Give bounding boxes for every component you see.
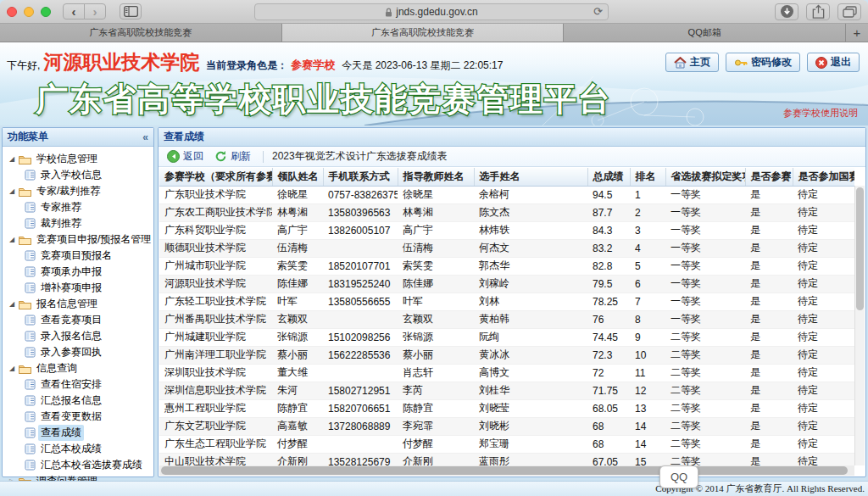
refresh-toolbar-button[interactable]: 刷新 bbox=[211, 148, 254, 164]
sidebar-item-查看住宿安排[interactable]: 查看住宿安排 bbox=[8, 376, 152, 393]
browser-tab[interactable]: 广东省高职院校技能竞赛 bbox=[282, 24, 565, 42]
sidebar-item-赛项承办申报[interactable]: 赛项承办申报 bbox=[8, 264, 152, 280]
lock-icon bbox=[385, 8, 392, 17]
column-header[interactable]: 排名 bbox=[630, 168, 665, 186]
close-window-button[interactable] bbox=[7, 7, 17, 17]
table-row[interactable]: 深圳职业技术学院董大维肖志轩高博文7211二等奖是待定 bbox=[159, 364, 854, 382]
sidebar-item-查看竞赛项目[interactable]: 查看竞赛项目 bbox=[8, 312, 152, 328]
column-header[interactable]: 手机联系方式 bbox=[323, 168, 398, 186]
change-password-button[interactable]: 密码修改 bbox=[726, 53, 800, 72]
caret-expanded-icon[interactable]: ◢ bbox=[8, 155, 16, 163]
logout-x-icon bbox=[815, 57, 827, 69]
form-icon bbox=[25, 170, 36, 181]
table-cell: 付梦醒 bbox=[398, 435, 474, 453]
caret-expanded-icon[interactable]: ◢ bbox=[8, 300, 16, 308]
forward-button[interactable]: › bbox=[84, 3, 106, 20]
table-row[interactable]: 广东农工商职业技术学院林粤湘13580396563林粤湘陈文杰87.72一等奖是… bbox=[159, 203, 854, 221]
horizontal-scrollbar[interactable] bbox=[159, 465, 854, 476]
table-row[interactable]: 广东生态工程职业学院付梦醒付梦醒郑宝珊6814二等奖是待定 bbox=[159, 435, 854, 453]
sidebar-collapse-button[interactable]: « bbox=[142, 132, 148, 142]
sidebar-folder[interactable]: ◢报名信息管理 bbox=[8, 296, 152, 312]
share-button[interactable] bbox=[806, 3, 830, 20]
sidebar-item-裁判推荐[interactable]: 裁判推荐 bbox=[8, 215, 152, 231]
table-row[interactable]: 广州番禺职业技术学院玄颖双玄颖双黄柏韩768一等奖是待定 bbox=[159, 310, 854, 328]
table-row[interactable]: 广东轻工职业技术学院叶军13580556655叶军刘林78.257一等奖是待定 bbox=[159, 293, 854, 310]
caret-expanded-icon[interactable]: ◢ bbox=[8, 365, 16, 372]
browser-tab[interactable]: QQ邮箱 bbox=[564, 24, 846, 42]
column-header[interactable]: 是否参加国赛 bbox=[793, 168, 854, 186]
zoom-window-button[interactable] bbox=[41, 7, 51, 17]
back-toolbar-button[interactable]: 返回 bbox=[164, 148, 207, 164]
folder-icon bbox=[19, 187, 31, 197]
sidebar-item-查看变更数据[interactable]: 查看变更数据 bbox=[8, 409, 152, 425]
sidebar-toggle-button[interactable] bbox=[120, 3, 142, 20]
sidebar-item-汇总报名信息[interactable]: 汇总报名信息 bbox=[8, 393, 152, 409]
sidebar-folder[interactable]: ◢专家/裁判推荐 bbox=[8, 183, 152, 199]
table-cell: 待定 bbox=[793, 435, 854, 453]
downloads-button[interactable] bbox=[775, 3, 798, 20]
horizontal-scrollbar-thumb[interactable] bbox=[161, 466, 848, 475]
table-cell: 玄颖双 bbox=[398, 310, 474, 328]
table-cell: 阮绚 bbox=[474, 328, 587, 346]
vertical-scrollbar-thumb[interactable] bbox=[856, 187, 864, 310]
role-value: 参赛学校 bbox=[291, 58, 335, 73]
browser-tab[interactable]: 广东省高职院校技能竞赛 bbox=[0, 24, 282, 42]
minimize-window-button[interactable] bbox=[24, 7, 34, 17]
grid-viewport: 参赛学校（要求所有参赛学领队姓名手机联系方式指导教师姓名选手姓名总成绩排名省选拔… bbox=[159, 168, 854, 476]
usage-instructions-link[interactable]: 参赛学校使用说明 bbox=[783, 107, 858, 120]
table-cell: 2 bbox=[630, 203, 665, 221]
sidebar-item-查看成绩[interactable]: 查看成绩 bbox=[8, 425, 152, 441]
sidebar-item-录入参赛回执[interactable]: 录入参赛回执 bbox=[8, 344, 152, 360]
back-button[interactable]: ‹ bbox=[63, 3, 85, 20]
table-cell: 索笑雯 bbox=[398, 257, 474, 275]
table-cell: 广州城建职业学院 bbox=[159, 328, 272, 346]
column-header[interactable]: 是否参赛 bbox=[745, 168, 793, 186]
table-row[interactable]: 广州城市职业学院索笑雯18520107701索笑雯郭杰华82.85一等奖是待定 bbox=[159, 257, 854, 275]
sidebar-item-增补赛项申报[interactable]: 增补赛项申报 bbox=[8, 280, 152, 296]
table-row[interactable]: 广州城建职业学院张锦源15102098256张锦源阮绚74.459二等奖是待定 bbox=[159, 328, 854, 346]
form-icon bbox=[25, 282, 36, 293]
new-tab-button[interactable]: + bbox=[846, 24, 868, 42]
table-cell: 是 bbox=[745, 435, 793, 453]
table-row[interactable]: 顺德职业技术学院伍清梅伍清梅何杰文83.24一等奖是待定 bbox=[159, 239, 854, 257]
caret-expanded-icon[interactable]: ◢ bbox=[8, 187, 16, 195]
table-row[interactable]: 广东科贸职业学院高广宇13826005107高广宇林炜轶84.33一等奖是待定 bbox=[159, 221, 854, 239]
table-row[interactable]: 河源职业技术学院陈佳娜18319525240陈佳娜刘稼岭79.56一等奖是待定 bbox=[159, 275, 854, 293]
address-bar[interactable]: jnds.gdedu.gov.cn ⟳ bbox=[254, 3, 609, 20]
caret-expanded-icon[interactable]: ◢ bbox=[8, 236, 16, 243]
table-cell: 15802712951 bbox=[323, 382, 398, 399]
table-cell: 深圳职业技术学院 bbox=[159, 364, 272, 382]
sidebar-item-专家推荐[interactable]: 专家推荐 bbox=[8, 199, 152, 215]
home-button[interactable]: 主页 bbox=[665, 53, 719, 72]
greeting-text: 下午好, bbox=[7, 59, 40, 73]
sidebar-item-录入报名信息[interactable]: 录入报名信息 bbox=[8, 328, 152, 344]
folder-icon bbox=[19, 235, 31, 245]
sidebar-item-录入学校信息[interactable]: 录入学校信息 bbox=[8, 167, 152, 183]
table-cell bbox=[323, 435, 398, 453]
table-cell: 一等奖 bbox=[665, 310, 745, 328]
sidebar-item-汇总本校省选拔赛成绩[interactable]: 汇总本校省选拔赛成绩 bbox=[8, 457, 152, 473]
table-row[interactable]: 深圳信息职业技术学院朱河15802712951李芮刘桂华71.7512二等奖是待… bbox=[159, 382, 854, 399]
sidebar-item-竞赛项目预报名[interactable]: 竞赛项目预报名 bbox=[8, 248, 152, 264]
vertical-scrollbar[interactable] bbox=[854, 186, 865, 465]
form-icon bbox=[25, 331, 36, 342]
table-row[interactable]: 广东职业技术学院徐晓星0757-83826375徐晓星余榕柯94.51一等奖是待… bbox=[159, 186, 854, 203]
table-row[interactable]: 广州南洋理工职业学院蔡小丽15622285536蔡小丽黄冰冰72.310二等奖是… bbox=[159, 346, 854, 364]
window-controls bbox=[7, 7, 51, 17]
sidebar-folder[interactable]: ◢学校信息管理 bbox=[8, 151, 152, 167]
sidebar-folder[interactable]: ◢竞赛项目申报/预报名管理 bbox=[8, 231, 152, 248]
table-row[interactable]: 广东文艺职业学院高嘉敏13728068889李宛霏刘晓彬6814二等奖是待定 bbox=[159, 417, 854, 435]
column-header[interactable]: 省选拔赛拟定奖项 bbox=[665, 168, 745, 186]
table-row[interactable]: 惠州工程职业学院陈静宜15820706651陈静宜刘晓莹68.0513二等奖是待… bbox=[159, 399, 854, 417]
column-header[interactable]: 总成绩 bbox=[587, 168, 630, 186]
reload-icon[interactable]: ⟳ bbox=[593, 5, 603, 18]
column-header[interactable]: 选手姓名 bbox=[474, 168, 587, 186]
table-cell: 刘林 bbox=[474, 293, 587, 310]
sidebar-item-汇总本校成绩[interactable]: 汇总本校成绩 bbox=[8, 441, 152, 457]
column-header[interactable]: 领队姓名 bbox=[272, 168, 323, 186]
logout-button[interactable]: 退出 bbox=[807, 53, 860, 72]
tabs-overview-button[interactable] bbox=[837, 3, 861, 20]
column-header[interactable]: 指导教师姓名 bbox=[398, 168, 474, 186]
column-header[interactable]: 参赛学校（要求所有参赛学 bbox=[159, 168, 272, 186]
sidebar-folder[interactable]: ◢信息查询 bbox=[8, 360, 152, 376]
